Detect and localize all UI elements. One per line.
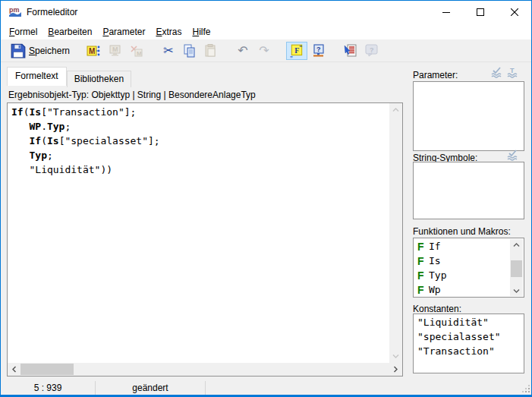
menu-item-parameter[interactable]: Parameter — [97, 25, 150, 39]
code-line[interactable]: "Liquidität")) — [11, 162, 389, 177]
maximize-button[interactable] — [463, 1, 497, 24]
context-help-icon: ? — [311, 43, 326, 58]
function-item-label: Wp — [429, 284, 441, 295]
redo-button: ↷ — [254, 42, 274, 60]
svg-text:M: M — [137, 49, 142, 56]
constant-item[interactable]: "Transaction" — [415, 344, 522, 358]
menubar: Formel Bearbeiten Parameter Extras Hilfe — [1, 24, 531, 39]
svg-text:T: T — [510, 67, 515, 74]
macro-show-button: M — [105, 42, 125, 60]
constants-list[interactable]: "Liquidität""specialasset""Transaction" — [413, 314, 524, 373]
cursor-position: 5 : 939 — [1, 381, 96, 395]
scroll-right-icon[interactable] — [389, 363, 402, 376]
scroll-up-icon[interactable] — [510, 239, 523, 250]
copy-icon — [182, 43, 197, 58]
string-format-toggle[interactable]: F ” „ — [286, 42, 307, 60]
function-item-label: If — [429, 241, 441, 252]
scroll-down-icon[interactable] — [510, 285, 523, 296]
tabstrip: Formeltext Bibliotheken — [7, 67, 131, 86]
svg-text:?: ? — [370, 46, 374, 53]
modified-state: geändert — [96, 381, 206, 395]
function-f-icon: F — [415, 255, 429, 267]
scroll-down-icon[interactable] — [389, 350, 402, 363]
functions-scrollbar[interactable] — [510, 239, 523, 296]
code-area[interactable]: If(Is["Transaction"]; WP.Typ; If(Is["spe… — [8, 103, 389, 363]
function-f-icon: F — [415, 269, 429, 282]
resize-grip-icon[interactable] — [521, 384, 530, 393]
formula-editor[interactable]: If(Is["Transaction"]; WP.Typ; If(Is["spe… — [7, 102, 403, 377]
string-symbols-list[interactable] — [413, 162, 524, 219]
macro-delete-icon: M — [129, 43, 144, 58]
code-line[interactable]: Typ; — [11, 148, 389, 162]
menu-item-extras[interactable]: Extras — [150, 25, 187, 39]
editor-horizontal-scrollbar[interactable] — [8, 363, 402, 376]
svg-text:pm: pm — [9, 6, 20, 14]
parameter-label: Parameter: — [413, 70, 458, 80]
code-line[interactable]: If(Is["specialasset"]; — [11, 134, 389, 148]
save-button-label: Speichern — [29, 46, 70, 56]
save-button[interactable]: Speichern — [8, 42, 72, 60]
toolbar: Speichern M M M — [1, 39, 531, 62]
string-format-icon: F ” „ — [289, 43, 304, 58]
constant-item[interactable]: "specialasset" — [415, 329, 522, 344]
menu-item-formel[interactable]: Formel — [4, 25, 42, 39]
svg-text:M: M — [89, 47, 95, 55]
editor-vertical-scrollbar[interactable] — [389, 103, 402, 363]
function-f-icon: F — [415, 241, 429, 253]
constants-label: Konstanten: — [413, 304, 461, 314]
close-button[interactable] — [497, 1, 531, 24]
paste-button — [201, 42, 221, 60]
function-item[interactable]: FIf — [415, 239, 508, 254]
macro-delete-button: M — [127, 42, 146, 60]
help-button: ? — [362, 42, 382, 60]
functions-scroll-thumb[interactable] — [511, 260, 522, 277]
minimize-button[interactable] — [429, 1, 463, 24]
titlebar[interactable]: pm Formeleditor — [1, 1, 531, 24]
function-item-label: Typ — [429, 269, 446, 281]
constant-item[interactable]: "Liquidität" — [415, 315, 522, 329]
code-line[interactable]: WP.Typ; — [11, 119, 389, 134]
save-icon — [11, 43, 26, 58]
scroll-up-icon[interactable] — [389, 103, 402, 116]
undo-icon: ↶ — [235, 43, 250, 58]
function-item-label: Is — [429, 255, 441, 266]
parameter-list[interactable] — [413, 81, 524, 151]
svg-text:M: M — [112, 46, 118, 53]
macro-add-icon: M — [87, 43, 102, 58]
statusbar: 5 : 939 geändert — [1, 381, 531, 395]
horizontal-scroll-thumb[interactable] — [20, 364, 74, 375]
apply-symbol-icon[interactable] — [506, 149, 519, 162]
formeleditor-window: pm Formeleditor Formel Bearbeiten Parame… — [0, 0, 532, 397]
tab-bibliotheken[interactable]: Bibliotheken — [67, 71, 131, 87]
tab-formeltext[interactable]: Formeltext — [7, 67, 67, 86]
menu-item-hilfe[interactable]: Hilfe — [187, 25, 216, 39]
svg-text:?: ? — [316, 46, 321, 53]
pm-logo-icon: pm — [8, 6, 22, 18]
functions-list-items: FIfFIsFTypFWp — [414, 238, 510, 297]
redo-icon: ↷ — [257, 43, 272, 58]
menu-item-bearbeiten[interactable]: Bearbeiten — [42, 25, 97, 39]
macro-add-button[interactable]: M — [84, 42, 104, 60]
text-parameter-icon[interactable]: T — [506, 66, 519, 79]
formula-check-button[interactable] — [341, 42, 360, 60]
code-line[interactable]: If(Is["Transaction"]; — [11, 105, 389, 119]
result-type-label: Ergebnisobjekt-Typ: Objekttyp | String |… — [8, 90, 256, 100]
macro-show-icon: M — [108, 43, 123, 58]
scroll-left-icon[interactable] — [8, 363, 20, 376]
copy-button[interactable] — [180, 42, 200, 60]
formula-check-icon — [343, 43, 358, 58]
function-f-icon: F — [415, 284, 429, 296]
function-item[interactable]: FTyp — [415, 268, 508, 282]
svg-text:„: „ — [290, 51, 293, 58]
paste-icon — [203, 43, 219, 58]
apply-parameter-icon[interactable] — [490, 66, 503, 79]
svg-text:”: ” — [299, 43, 302, 50]
undo-button: ↶ — [233, 42, 253, 60]
help-icon: ? — [364, 43, 379, 58]
function-item[interactable]: FIs — [415, 254, 508, 268]
function-item[interactable]: FWp — [415, 282, 508, 297]
cut-button[interactable]: ✂ — [159, 42, 178, 60]
functions-list[interactable]: FIfFIsFTypFWp — [413, 238, 524, 298]
cut-icon: ✂ — [161, 43, 176, 58]
context-help-button[interactable]: ? — [309, 42, 329, 60]
